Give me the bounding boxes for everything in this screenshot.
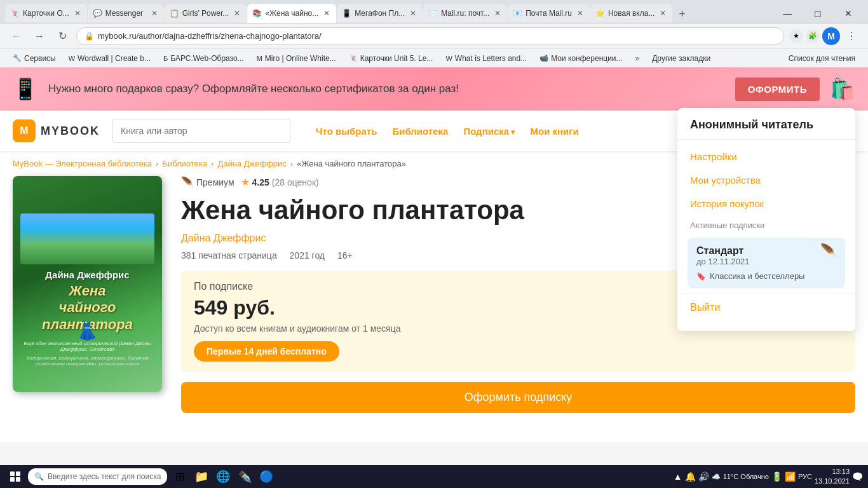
other-bookmarks[interactable]: Другие закладки bbox=[647, 53, 715, 64]
start-button[interactable] bbox=[5, 466, 25, 487]
notification-icon[interactable]: 🗨️ bbox=[852, 471, 863, 482]
bookmark-conferences[interactable]: 📹 Мои конференции... bbox=[534, 53, 627, 64]
taskbar-search[interactable]: 🔍 Введите здесь текст для поиска bbox=[28, 468, 167, 485]
tab-7-close[interactable]: ✕ bbox=[576, 8, 585, 19]
bookmark-services[interactable]: 🔧 Сервисы bbox=[8, 53, 61, 64]
bookmark-icon: 🔖 bbox=[696, 272, 706, 281]
refresh-button[interactable]: ↻ bbox=[53, 27, 71, 45]
search-box[interactable] bbox=[112, 119, 290, 143]
free-trial-button[interactable]: Первые 14 дней бесплатно bbox=[194, 341, 339, 362]
tab-4-close[interactable]: ✕ bbox=[322, 8, 331, 19]
tab-3-favicon: 📋 bbox=[170, 9, 179, 18]
taskbar-app1[interactable]: ✒️ bbox=[234, 466, 255, 487]
reading-list-button[interactable]: Список для чтения bbox=[783, 53, 860, 64]
bookmark-bars[interactable]: Б БАРС.Web-Образо... bbox=[158, 53, 249, 64]
tab-5-label: МегаФон Пл... bbox=[355, 9, 405, 18]
bookmark-letters[interactable]: W What is Letters and... bbox=[440, 53, 532, 64]
tab-2-favicon: 💬 bbox=[93, 9, 102, 18]
tab-6-close[interactable]: ✕ bbox=[493, 8, 502, 19]
dropdown-devices[interactable]: Мои устройства bbox=[677, 168, 855, 192]
phone-icon: 📱 bbox=[13, 77, 38, 101]
taskbar-chrome[interactable]: 🔵 bbox=[256, 466, 276, 487]
taskbar-search-placeholder: Введите здесь текст для поиска bbox=[48, 472, 161, 481]
extension-icon-1[interactable]: ★ bbox=[789, 29, 803, 43]
tab-3-label: Girls' Power... bbox=[182, 9, 229, 18]
tab-8[interactable]: ⭐ Новая вкла... ✕ bbox=[590, 4, 673, 23]
bookmark-wordwall[interactable]: W Wordwall | Create b... bbox=[64, 53, 156, 64]
menu-button[interactable]: ⋮ bbox=[843, 27, 860, 45]
close-button[interactable]: ✕ bbox=[834, 4, 863, 23]
taskbar-taskview[interactable]: ⊞ bbox=[170, 466, 190, 487]
tab-3-close[interactable]: ✕ bbox=[233, 8, 241, 19]
cover-figure-icon: 👗 bbox=[76, 320, 98, 341]
tray-arrow-icon[interactable]: ▲ bbox=[674, 471, 682, 482]
tab-1-close[interactable]: ✕ bbox=[73, 8, 82, 19]
url-bar[interactable]: 🔒 mybook.ru/author/dajna-dzheffris/zhena… bbox=[76, 27, 784, 45]
tab-7[interactable]: 📧 Почта Mail.ru ✕ bbox=[508, 4, 590, 23]
tab-4-active[interactable]: 📚 «Жена чайно... ✕ bbox=[247, 4, 336, 23]
breadcrumb-author[interactable]: Дайна Джеффрис bbox=[217, 159, 286, 168]
tray-volume-icon[interactable]: 🔊 bbox=[698, 471, 709, 482]
search-input[interactable] bbox=[121, 126, 282, 136]
book-rating: ★ 4.25 (28 оценок) bbox=[241, 176, 319, 188]
tab-6[interactable]: ✉️ Mail.ru: почт... ✕ bbox=[423, 4, 507, 23]
keyboard-layout[interactable]: РУС bbox=[798, 473, 812, 480]
extension-icon-2[interactable]: 🧩 bbox=[806, 29, 820, 43]
tray-icons: ▲ 🔔 🔊 bbox=[674, 471, 709, 482]
more-bookmarks-button[interactable]: » bbox=[630, 53, 645, 64]
bookmarks-bar: 🔧 Сервисы W Wordwall | Create b... Б БАР… bbox=[0, 48, 868, 67]
feather-icon: 🪶 bbox=[181, 176, 194, 188]
new-tab-button[interactable]: + bbox=[673, 5, 691, 23]
tab-8-close[interactable]: ✕ bbox=[658, 8, 667, 19]
minimize-button[interactable]: — bbox=[773, 4, 802, 23]
bags-icon: 🛍️ bbox=[830, 77, 855, 101]
bars-icon: Б bbox=[163, 55, 168, 62]
nav-link-library[interactable]: Библиотека bbox=[392, 126, 448, 137]
premium-badge: 🪶 Премиум bbox=[181, 176, 234, 188]
dropdown-settings[interactable]: Настройки bbox=[677, 145, 855, 168]
site-logo[interactable]: M MYBOOK bbox=[13, 119, 100, 142]
dropdown-logout[interactable]: Выйти bbox=[677, 294, 855, 321]
nav-link-choose[interactable]: Что выбрать bbox=[316, 126, 377, 137]
subscription-feather-icon: 🪶 bbox=[820, 243, 836, 258]
breadcrumb-library[interactable]: Библиотека bbox=[162, 159, 207, 168]
tab-5[interactable]: 📱 МегаФон Пл... ✕ bbox=[337, 4, 423, 23]
maximize-button[interactable]: ◻ bbox=[803, 4, 832, 23]
bookmark-letters-label: What is Letters and... bbox=[455, 54, 527, 63]
tab-4-favicon: 📚 bbox=[252, 9, 261, 18]
conferences-icon: 📹 bbox=[539, 54, 548, 62]
tab-1-favicon: 🃏 bbox=[10, 9, 19, 18]
bookmark-miro[interactable]: M Miro | Online White... bbox=[252, 53, 341, 64]
back-button[interactable]: ← bbox=[8, 27, 25, 45]
other-bookmarks-label: Другие закладки bbox=[652, 54, 710, 63]
tab-2-close[interactable]: ✕ bbox=[150, 8, 159, 19]
tray-wifi-icon[interactable]: 📶 bbox=[785, 471, 796, 482]
nav-link-mybooks[interactable]: Мои книги bbox=[530, 126, 578, 137]
taskbar-edge[interactable]: 🌐 bbox=[213, 466, 233, 487]
user-dropdown-menu: Анонимный читатель Настройки Мои устройс… bbox=[677, 108, 855, 331]
tab-3[interactable]: 📋 Girls' Power... ✕ bbox=[165, 4, 247, 23]
bookmark-cards[interactable]: 🃏 Карточки Unit 5. Le... bbox=[344, 53, 438, 64]
tab-6-favicon: ✉️ bbox=[428, 9, 437, 18]
tab-1-label: Карточки О... bbox=[23, 9, 69, 18]
book-cover-column: Дайна Джеффрис Женачайногоплантатора Ещё… bbox=[13, 176, 162, 413]
tray-network-icon[interactable]: 🔔 bbox=[685, 471, 696, 482]
taskbar-quick-launch: ⊞ 📁 🌐 ✒️ 🔵 bbox=[170, 466, 276, 487]
system-clock[interactable]: 13:13 13.10.2021 bbox=[815, 467, 850, 487]
profile-button[interactable]: M bbox=[822, 27, 840, 45]
forward-button[interactable]: → bbox=[31, 27, 48, 45]
dropdown-history[interactable]: История покупок bbox=[677, 192, 855, 215]
banner-text: Нужно много подарков сразу? Оформляйте н… bbox=[48, 83, 725, 95]
nav-links: Что выбрать Библиотека Подписка Мои книг… bbox=[316, 126, 579, 137]
tab-1[interactable]: 🃏 Карточки О... ✕ bbox=[5, 4, 87, 23]
tab-5-close[interactable]: ✕ bbox=[409, 8, 417, 19]
subscribe-button[interactable]: Оформить подписку bbox=[181, 382, 855, 413]
dropdown-username: Анонимный читатель bbox=[677, 118, 855, 140]
banner-button[interactable]: ОФОРМИТЬ bbox=[735, 78, 820, 101]
breadcrumb-home[interactable]: MyBook — Электронная библиотека bbox=[13, 159, 152, 168]
tray-battery-icon[interactable]: 🔋 bbox=[771, 471, 782, 482]
taskbar: 🔍 Введите здесь текст для поиска ⊞ 📁 🌐 ✒… bbox=[0, 465, 868, 488]
tab-2[interactable]: 💬 Messenger ✕ bbox=[88, 4, 164, 23]
taskbar-files[interactable]: 📁 bbox=[191, 466, 212, 487]
nav-link-subscription[interactable]: Подписка bbox=[463, 126, 515, 137]
